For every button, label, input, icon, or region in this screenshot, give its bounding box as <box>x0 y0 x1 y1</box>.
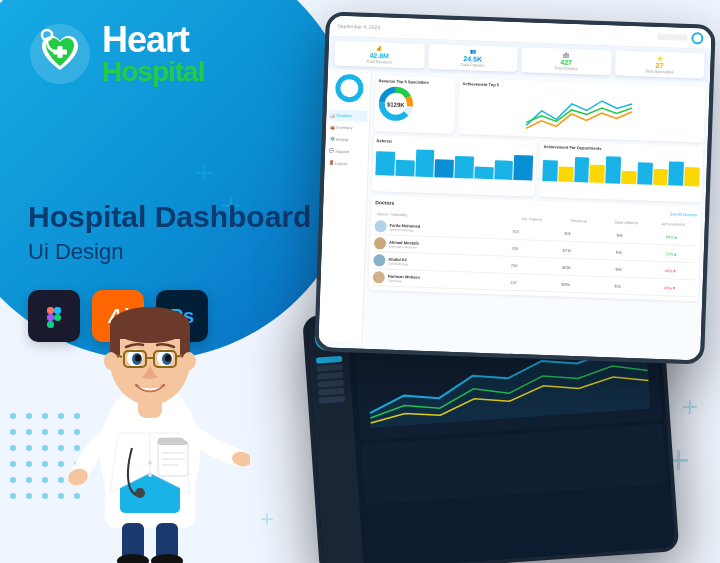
doctor-avatar-2 <box>374 237 386 249</box>
see-all-doctors[interactable]: See All Doctors <box>670 211 698 217</box>
dark-sidebar-item-3[interactable] <box>317 372 343 380</box>
doctor-info-4: Nariman Mohsen Cardiology <box>388 273 487 285</box>
doctor-info-1: Farda Mohamed Speech Pathology <box>389 222 488 234</box>
doctor-avatar-1 <box>374 220 386 232</box>
svg-text:$129K: $129K <box>387 101 406 108</box>
doctor-patients-1: 700 <box>491 228 540 235</box>
svg-point-26 <box>135 488 145 498</box>
sidebar-inventory[interactable]: 📦 Inventory <box>328 121 367 133</box>
dark-sidebar-item-2[interactable] <box>317 364 343 372</box>
doctor-achiev-4: 46%▼ <box>645 284 694 291</box>
doctor-patients-3: 700 <box>490 262 539 269</box>
bar-chart-2 <box>542 151 700 186</box>
dark-bar-group-7 <box>591 482 626 484</box>
donut-chart-svg: $129K <box>377 85 414 122</box>
doctor-patients-2: 700 <box>490 245 539 252</box>
doctor-svg <box>50 233 250 563</box>
dark-bar-group-5 <box>517 488 552 490</box>
doctor-achiev-2: 72%▲ <box>647 250 696 257</box>
dark-bar-group-4 <box>480 490 515 492</box>
charts-row-mid: Referral <box>372 135 704 202</box>
logo-hospital-text: Hospital <box>102 58 204 86</box>
sidebar-logout[interactable]: 🚪 Logout <box>327 157 366 169</box>
dash-body: 📊 Analytics 📦 Inventory ⚙️ Setting 💬 Sup… <box>319 69 710 354</box>
svg-point-4 <box>57 49 63 55</box>
doctor-revenue-2: $71k <box>542 246 591 253</box>
doctor-salary-4: $1k <box>593 282 642 289</box>
doctor-salary-2: $4k <box>594 248 643 255</box>
plus-decoration-4: + <box>260 505 274 533</box>
sidebar-setting[interactable]: ⚙️ Setting <box>327 133 366 145</box>
chart-box-donut: Revenue Top 5 Specialties $129K <box>374 75 456 134</box>
chart-box-line: Achievement Top 5 <box>458 78 706 143</box>
charts-row-top: Revenue Top 5 Specialties $129K Achieve <box>374 75 706 142</box>
svg-point-24 <box>148 461 152 465</box>
svg-point-56 <box>151 554 183 563</box>
doctor-revenue-3: $65k <box>542 263 591 270</box>
svg-point-25 <box>148 473 152 477</box>
svg-point-44 <box>135 355 141 362</box>
plus-decoration-5: + <box>195 155 214 192</box>
svg-point-55 <box>117 554 149 563</box>
doctor-info-3: Khalid Ali Ophthalmology <box>388 256 487 268</box>
doctor-revenue-4: $80k <box>541 280 590 287</box>
logo-area: Heart Hospital <box>28 22 204 86</box>
doctor-salary-1: $4k <box>595 231 644 238</box>
doctor-achiev-3: 46%▼ <box>646 267 695 274</box>
doctor-revenue-1: $3k <box>543 230 592 237</box>
logo-text: Heart Hospital <box>102 22 204 86</box>
stat-card-specialties: ⭐ 27 Total Specialties <box>614 50 704 78</box>
dark-sidebar-item-1[interactable] <box>316 356 342 364</box>
dark-bar-group-3 <box>443 493 478 495</box>
doctor-salary-3: $5k <box>594 265 643 272</box>
bar-chart-1 <box>375 145 533 180</box>
doctor-achiev-1: 89%▲ <box>647 233 696 240</box>
doctor-info-2: Ahmad Mostafa Emergency Medicine <box>389 239 488 251</box>
sidebar-analytics[interactable]: 📊 Analytics <box>328 109 367 121</box>
svg-rect-37 <box>110 325 190 339</box>
stat-card-patients: 👥 24.5K Total Patients <box>428 44 518 72</box>
dark-sidebar-item-6[interactable] <box>319 396 345 404</box>
svg-point-52 <box>182 352 196 370</box>
logo-icon <box>28 22 92 86</box>
doctor-character <box>50 233 250 563</box>
chart-box-bar2: Achievement For Departments <box>539 141 704 203</box>
doctor-avatar-3 <box>373 254 385 266</box>
dark-sidebar-item-5[interactable] <box>318 388 344 396</box>
svg-point-51 <box>104 352 118 370</box>
dark-bar-group-6 <box>554 485 589 487</box>
dark-bar-group-1 <box>369 498 404 500</box>
doctor-patients-4: 237 <box>489 279 538 286</box>
dash-date: September 4, 2023 <box>337 23 380 30</box>
dark-bar-group-8 <box>627 480 662 482</box>
doctors-table: Doctors See All Doctors Name / Specialty… <box>368 195 701 301</box>
dark-bar-group-2 <box>406 495 441 497</box>
dark-sidebar-item-4[interactable] <box>318 380 344 388</box>
logo-heart-text: Heart <box>102 22 204 58</box>
doctor-avatar-4 <box>373 271 385 283</box>
page-title: Hospital Dashboard <box>28 200 311 235</box>
stat-card-doctors: 🏥 427 Total Doctors <box>521 47 611 75</box>
plus-decoration-6: + <box>682 391 698 423</box>
tablet-screen-main: September 4, 2023 💰 42.8M Total Revenue … <box>318 15 711 360</box>
tablet-main: September 4, 2023 💰 42.8M Total Revenue … <box>314 11 716 364</box>
sidebar-support[interactable]: 💬 Support <box>327 145 366 157</box>
line-chart-svg <box>461 88 702 138</box>
svg-point-45 <box>165 355 171 362</box>
chart-box-bar1: Referral <box>372 135 537 197</box>
stat-card-revenue: 💰 42.8M Total Revenue <box>334 41 424 69</box>
dash-content: Revenue Top 5 Specialties $129K Achieve <box>363 71 710 355</box>
doctors-table-title: Doctors <box>375 199 394 206</box>
